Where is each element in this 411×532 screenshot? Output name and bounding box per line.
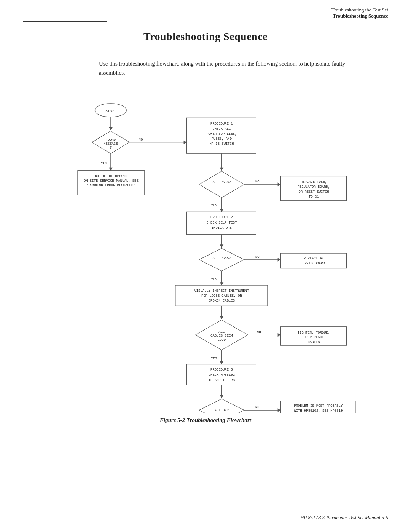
tighten-1: TIGHTEN, TORQUE, xyxy=(298,331,330,335)
no-label-3: NO xyxy=(255,255,260,259)
proc1-label: PROCEDURE 1 xyxy=(210,122,233,126)
bottom-rule xyxy=(23,511,388,511)
start-label: START xyxy=(106,109,116,113)
replace-a4-1: REPLACE A4 xyxy=(304,257,324,260)
thick-rule-decoration xyxy=(23,21,107,22)
yes-label-1: YES xyxy=(101,161,107,165)
svg-marker-29 xyxy=(220,316,223,319)
svg-marker-32 xyxy=(278,333,281,337)
svg-marker-17 xyxy=(220,209,223,212)
flowchart-container: START ERROR MESSAGE ? NO YES GO TO THE H… xyxy=(38,97,365,413)
svg-marker-38 xyxy=(220,395,223,398)
no-label-2: NO xyxy=(255,180,260,184)
replace-fuse-1: REPLACE FUSE, xyxy=(301,180,327,184)
proc1-line2: POWER SUPPLIES, xyxy=(206,132,237,136)
footer-text: HP 8517B S-Parameter Test Set Manual 5-5 xyxy=(300,514,388,521)
vis-insp-2: FOR LOOSE CABLES, OR xyxy=(201,294,242,298)
all-ok-label: ALL OK? xyxy=(215,409,229,412)
cables-label2: CABLES SEEM xyxy=(210,334,233,338)
svg-rect-24 xyxy=(281,253,347,268)
yes-label-2: YES xyxy=(211,204,217,208)
svg-marker-14 xyxy=(278,182,281,186)
replace-a4-2: HP-IB BOARD xyxy=(303,262,325,265)
replace-fuse-4: TO 21 xyxy=(309,195,319,199)
error-msg-label2: MESSAGE xyxy=(104,142,118,146)
no-label-4: NO xyxy=(257,331,261,334)
page: Troubleshooting the Test Set Troubleshoo… xyxy=(0,0,411,532)
error-msg-label3: ? xyxy=(110,146,112,150)
proc2-line1: CHECK SELF TEST xyxy=(206,221,237,225)
svg-marker-7 xyxy=(109,168,113,171)
svg-marker-41 xyxy=(278,408,281,412)
no-label-1: NO xyxy=(139,138,143,142)
proc2-line2: INDICATORS xyxy=(212,226,232,230)
tighten-2: OR REPLACE xyxy=(304,335,324,339)
yes-label-3: YES xyxy=(211,278,217,281)
error-msg-label1: ERROR xyxy=(106,139,116,142)
page-title: Troubleshooting Sequence xyxy=(0,30,411,43)
goto-hp8510-2: ON-SITE SERVICE MANUAL, SEE xyxy=(84,179,139,183)
top-rule xyxy=(23,23,388,23)
no-label-5: NO xyxy=(255,406,260,409)
header-line2: Troubleshooting Sequence xyxy=(331,13,388,19)
proc1-line4: HP-IB SWITCH xyxy=(209,142,234,146)
intro-text: Use this troubleshooting flowchart, alon… xyxy=(99,59,365,77)
vis-insp-3: BROKEN CABLES xyxy=(209,299,235,303)
proc3-line2: IF AMPLIFIERS xyxy=(209,379,235,382)
flowchart-svg: START ERROR MESSAGE ? NO YES GO TO THE H… xyxy=(38,97,365,413)
svg-marker-11 xyxy=(220,168,223,171)
goto-hp8510-1: GO TO THE HP8510 xyxy=(95,174,127,178)
problem-2: WITH HP85102, SEE HP8510 xyxy=(294,409,342,413)
replace-fuse-2: REGULATOR BOARD, xyxy=(298,185,330,189)
proc3-label: PROCEDURE 3 xyxy=(210,368,233,372)
svg-marker-2 xyxy=(109,127,113,130)
goto-hp8510-3: "RUNNING ERROR MESSAGES" xyxy=(87,184,135,187)
all-pass1-label1: ALL PASS? xyxy=(212,181,231,184)
replace-fuse-3: OR RESET SWITCH xyxy=(299,190,329,194)
problem-1: PROBLEM IS MOST PROBABLY xyxy=(294,404,342,408)
proc1-line3: FUSES, AND xyxy=(212,137,232,141)
svg-marker-5 xyxy=(184,141,187,144)
yes-label-4: YES xyxy=(211,357,217,361)
all-pass2-label1: ALL PASS? xyxy=(212,256,231,260)
proc1-line1: CHECK ALL xyxy=(212,127,231,131)
svg-marker-23 xyxy=(278,258,281,262)
proc3-line1: CHECK HP85102 xyxy=(209,373,235,377)
figure-caption: Figure 5-2 Troubleshooting Flowchart xyxy=(0,417,411,423)
svg-marker-20 xyxy=(220,244,223,248)
cables-label1: ALL xyxy=(218,330,225,334)
svg-marker-35 xyxy=(220,361,223,364)
svg-marker-26 xyxy=(220,282,223,285)
header-line1: Troubleshooting the Test Set xyxy=(331,7,388,13)
tighten-3: CABLES xyxy=(307,340,320,344)
proc2-label: PROCEDURE 2 xyxy=(210,216,233,219)
page-header: Troubleshooting the Test Set Troubleshoo… xyxy=(331,7,388,19)
vis-insp-1: VISUALLY INSPECT INSTRUMENT xyxy=(194,289,249,293)
cables-label3: GOOD xyxy=(218,338,226,342)
